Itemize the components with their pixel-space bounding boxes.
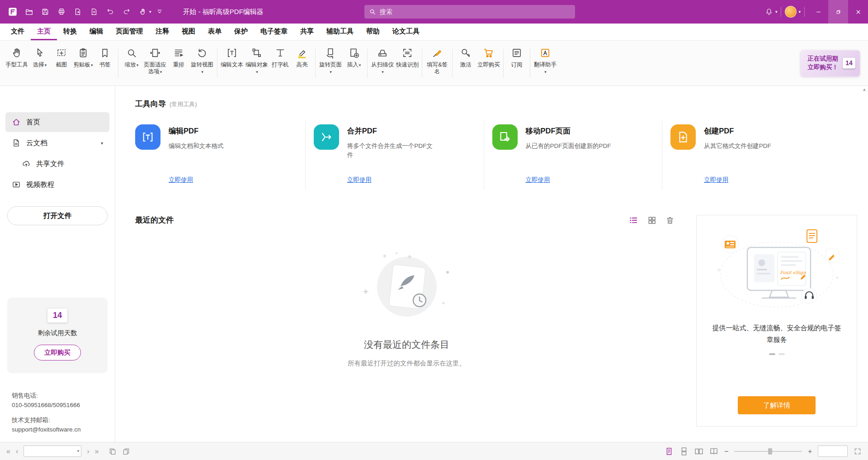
page-dropdown-caret-icon[interactable]: ▾ [77,449,80,453]
ribbon-tool-subscribe[interactable]: 订阅 [506,45,528,81]
use-now-link[interactable]: 立即使用 [347,176,372,184]
ribbon-tool-rotate-pages[interactable]: 旋转页面▾ [318,45,343,81]
global-search[interactable] [364,5,575,19]
first-page-button[interactable]: « [6,448,10,455]
ribbon-tool-insert[interactable]: 插入▾ [343,45,365,81]
sidebar-item-video-tutorials[interactable]: 视频教程 [5,175,109,194]
zoom-in-button[interactable]: + [808,447,812,455]
shared-files-icon [22,159,31,168]
account-caret-icon[interactable]: ▾ [798,9,801,14]
ribbon-tool-translate-assistant[interactable]: 翻译助手▾ [533,45,558,81]
ribbon-tool-bookmark[interactable]: 书签 [94,45,116,81]
create-pdf-button[interactable] [86,4,102,20]
use-now-link[interactable]: 立即使用 [526,176,550,184]
notifications-caret-icon[interactable]: ▾ [775,9,778,14]
ribbon-tool-fill-sign[interactable]: 填写&签名 [425,45,450,81]
continuous-view-icon[interactable] [679,447,689,456]
learn-more-button[interactable]: 了解详情 [738,396,816,414]
ribbon-tool-reflow[interactable]: 重排 [168,45,189,81]
ribbon-tool-ocr[interactable]: 快速识别 [395,45,420,81]
export-pdf-button[interactable] [70,4,86,20]
menu-edit[interactable]: 编辑 [83,24,109,40]
menu-page-management[interactable]: 页面管理 [109,24,149,40]
previous-view-icon[interactable] [108,447,117,455]
trial-banner[interactable]: 正在试用期 立即购买！ 14 [801,50,860,76]
zoom-slider-thumb[interactable] [768,448,772,455]
save-button[interactable] [37,4,53,20]
menu-accessibility[interactable]: 辅助工具 [320,24,360,40]
menu-convert[interactable]: 转换 [57,24,83,40]
ribbon-tool-buy-now[interactable]: 立即购买 [476,45,501,81]
user-avatar[interactable] [785,6,797,18]
previous-page-button[interactable]: ‹ [16,448,18,455]
menu-share[interactable]: 共享 [294,24,320,40]
page-number-input[interactable] [24,446,81,457]
trash-icon[interactable] [665,216,675,225]
buy-now-button[interactable]: 立即购买 [34,345,81,360]
notifications-bell-icon[interactable] [761,4,777,20]
menu-view[interactable]: 视图 [175,24,202,40]
ribbon-tool-clipboard[interactable]: 剪贴板▾ [72,45,94,81]
menu-form[interactable]: 表单 [202,24,228,40]
sidebar-item-label: 视频教程 [26,180,54,190]
zoom-slider[interactable] [734,447,802,455]
close-button[interactable] [848,0,868,24]
customize-toolbar-button[interactable] [151,4,168,20]
menubar: 文件 主页 转换 编辑 页面管理 注释 视图 表单 保护 电子签章 共享 辅助工… [0,24,868,41]
ribbon-tool-edit-object[interactable]: 编辑对象▾ [244,45,269,81]
ribbon-tool-select[interactable]: 选择▾ [29,45,51,81]
ribbon-tool-edit-text[interactable]: 编辑文本 [220,45,244,81]
redo-button[interactable] [118,4,135,20]
menu-protect[interactable]: 保护 [228,24,254,40]
menu-comment[interactable]: 注释 [149,24,175,40]
next-page-button[interactable]: › [87,448,89,455]
ribbon-tool-snapshot[interactable]: 截图 [51,45,72,81]
sidebar-item-shared-files[interactable]: 共享文件 [15,154,109,174]
undo-button[interactable] [102,4,118,20]
use-now-link[interactable]: 立即使用 [169,176,193,184]
scrollbar-up-arrow[interactable]: ▲ [862,87,867,92]
menu-file[interactable]: 文件 [5,24,31,40]
minimize-button[interactable] [808,0,828,24]
single-page-view-icon[interactable] [665,447,674,456]
lasso-dropdown-caret-icon[interactable]: ▾ [149,9,151,14]
sidebar-item-cloud-docs[interactable]: 云文档 ▾ [5,133,109,153]
print-button[interactable] [53,4,70,20]
ribbon-tool-activate[interactable]: 激活 [455,45,476,81]
open-file-button[interactable]: 打开文件 [7,206,108,225]
open-folder-button[interactable] [21,4,37,20]
zoom-out-button[interactable]: − [724,447,728,455]
carousel-dot[interactable] [769,353,775,355]
grid-view-icon[interactable] [647,216,656,225]
fullscreen-icon[interactable] [854,447,862,455]
ribbon-tool-from-scanner[interactable]: 从扫描仪▾ [370,45,395,81]
ribbon-tool-highlight[interactable]: 高亮 [291,45,313,81]
last-page-button[interactable]: » [95,448,99,455]
card-merge-pdf: 合并PDF 将多个文件合并生成一个PDF文件 立即使用 [305,121,484,190]
chevron-down-icon[interactable]: ▾ [101,141,103,146]
ribbon-tool-rotate-view[interactable]: 旋转视图▾ [189,45,215,81]
menu-paper-tools[interactable]: 论文工具 [386,24,426,40]
ribbon-tool-label: 剪贴板▾ [73,62,93,68]
book-view-icon[interactable] [709,447,718,456]
ribbon-tool-fit-options[interactable]: 页面适应选项▾ [142,45,168,81]
sidebar-item-home[interactable]: 首页 [5,112,109,132]
use-now-link[interactable]: 立即使用 [704,176,728,184]
carousel-dot[interactable] [778,353,785,355]
ribbon-tool-hand[interactable]: 手型工具 [5,45,29,81]
search-input[interactable] [380,8,571,15]
restore-button[interactable] [828,0,848,24]
ribbon-tool-zoom[interactable]: 缩放▾ [121,45,142,81]
facing-view-icon[interactable] [694,447,703,456]
next-view-icon[interactable] [122,447,130,455]
menu-home[interactable]: 主页 [31,24,57,40]
menu-esign[interactable]: 电子签章 [254,24,294,40]
support-email-link[interactable]: support@foxitsoftware.cn [12,425,81,435]
zoom-percentage-input[interactable] [818,446,848,457]
ribbon-tool-label: 缩放▾ [125,62,139,68]
list-view-icon[interactable] [628,215,638,225]
menu-help[interactable]: 帮助 [360,24,386,40]
titlebar-divider [804,7,805,17]
lasso-tool-button[interactable] [135,4,151,20]
ribbon-tool-typewriter[interactable]: 打字机 [269,45,291,81]
